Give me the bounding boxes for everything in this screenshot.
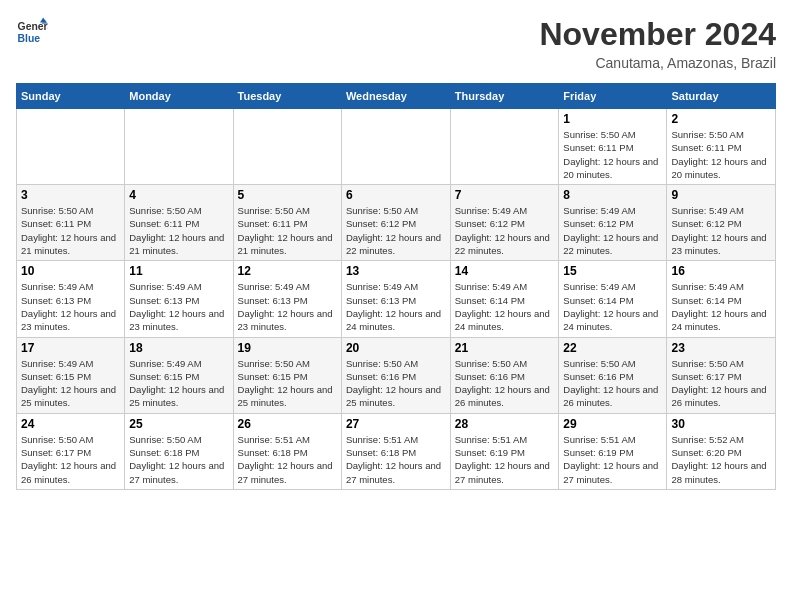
- weekday-tuesday: Tuesday: [233, 84, 341, 109]
- day-number: 14: [455, 264, 555, 278]
- day-number: 1: [563, 112, 662, 126]
- calendar-cell: 10Sunrise: 5:49 AM Sunset: 6:13 PM Dayli…: [17, 261, 125, 337]
- day-number: 2: [671, 112, 771, 126]
- day-info: Sunrise: 5:50 AM Sunset: 6:11 PM Dayligh…: [238, 204, 337, 257]
- calendar-cell: 21Sunrise: 5:50 AM Sunset: 6:16 PM Dayli…: [450, 337, 559, 413]
- calendar-cell: 15Sunrise: 5:49 AM Sunset: 6:14 PM Dayli…: [559, 261, 667, 337]
- calendar-cell: 19Sunrise: 5:50 AM Sunset: 6:15 PM Dayli…: [233, 337, 341, 413]
- calendar-cell: 28Sunrise: 5:51 AM Sunset: 6:19 PM Dayli…: [450, 413, 559, 489]
- calendar-cell: 3Sunrise: 5:50 AM Sunset: 6:11 PM Daylig…: [17, 185, 125, 261]
- week-row-4: 24Sunrise: 5:50 AM Sunset: 6:17 PM Dayli…: [17, 413, 776, 489]
- day-number: 17: [21, 341, 120, 355]
- day-info: Sunrise: 5:50 AM Sunset: 6:16 PM Dayligh…: [455, 357, 555, 410]
- calendar-cell: 24Sunrise: 5:50 AM Sunset: 6:17 PM Dayli…: [17, 413, 125, 489]
- day-info: Sunrise: 5:50 AM Sunset: 6:16 PM Dayligh…: [346, 357, 446, 410]
- day-info: Sunrise: 5:49 AM Sunset: 6:14 PM Dayligh…: [671, 280, 771, 333]
- day-number: 18: [129, 341, 228, 355]
- day-number: 22: [563, 341, 662, 355]
- calendar-cell: 16Sunrise: 5:49 AM Sunset: 6:14 PM Dayli…: [667, 261, 776, 337]
- calendar-cell: 6Sunrise: 5:50 AM Sunset: 6:12 PM Daylig…: [341, 185, 450, 261]
- day-number: 24: [21, 417, 120, 431]
- day-info: Sunrise: 5:49 AM Sunset: 6:13 PM Dayligh…: [21, 280, 120, 333]
- day-info: Sunrise: 5:49 AM Sunset: 6:12 PM Dayligh…: [671, 204, 771, 257]
- calendar-cell: 22Sunrise: 5:50 AM Sunset: 6:16 PM Dayli…: [559, 337, 667, 413]
- day-number: 21: [455, 341, 555, 355]
- day-number: 11: [129, 264, 228, 278]
- day-info: Sunrise: 5:52 AM Sunset: 6:20 PM Dayligh…: [671, 433, 771, 486]
- day-info: Sunrise: 5:50 AM Sunset: 6:18 PM Dayligh…: [129, 433, 228, 486]
- day-info: Sunrise: 5:49 AM Sunset: 6:14 PM Dayligh…: [455, 280, 555, 333]
- day-info: Sunrise: 5:50 AM Sunset: 6:11 PM Dayligh…: [21, 204, 120, 257]
- calendar-cell: 14Sunrise: 5:49 AM Sunset: 6:14 PM Dayli…: [450, 261, 559, 337]
- calendar-cell: 17Sunrise: 5:49 AM Sunset: 6:15 PM Dayli…: [17, 337, 125, 413]
- day-info: Sunrise: 5:49 AM Sunset: 6:12 PM Dayligh…: [563, 204, 662, 257]
- day-info: Sunrise: 5:50 AM Sunset: 6:11 PM Dayligh…: [671, 128, 771, 181]
- day-number: 3: [21, 188, 120, 202]
- header: General Blue November 2024 Canutama, Ama…: [16, 16, 776, 71]
- logo: General Blue: [16, 16, 48, 48]
- day-number: 23: [671, 341, 771, 355]
- day-number: 16: [671, 264, 771, 278]
- day-info: Sunrise: 5:51 AM Sunset: 6:18 PM Dayligh…: [238, 433, 337, 486]
- calendar-cell: 2Sunrise: 5:50 AM Sunset: 6:11 PM Daylig…: [667, 109, 776, 185]
- day-number: 28: [455, 417, 555, 431]
- day-info: Sunrise: 5:50 AM Sunset: 6:11 PM Dayligh…: [563, 128, 662, 181]
- calendar-cell: 11Sunrise: 5:49 AM Sunset: 6:13 PM Dayli…: [125, 261, 233, 337]
- calendar-cell: 5Sunrise: 5:50 AM Sunset: 6:11 PM Daylig…: [233, 185, 341, 261]
- day-info: Sunrise: 5:49 AM Sunset: 6:15 PM Dayligh…: [21, 357, 120, 410]
- weekday-sunday: Sunday: [17, 84, 125, 109]
- title-area: November 2024 Canutama, Amazonas, Brazil: [539, 16, 776, 71]
- calendar-cell: [233, 109, 341, 185]
- weekday-header-row: SundayMondayTuesdayWednesdayThursdayFrid…: [17, 84, 776, 109]
- day-number: 26: [238, 417, 337, 431]
- day-info: Sunrise: 5:50 AM Sunset: 6:17 PM Dayligh…: [21, 433, 120, 486]
- day-info: Sunrise: 5:51 AM Sunset: 6:19 PM Dayligh…: [455, 433, 555, 486]
- day-info: Sunrise: 5:49 AM Sunset: 6:13 PM Dayligh…: [129, 280, 228, 333]
- week-row-3: 17Sunrise: 5:49 AM Sunset: 6:15 PM Dayli…: [17, 337, 776, 413]
- weekday-wednesday: Wednesday: [341, 84, 450, 109]
- calendar-cell: 9Sunrise: 5:49 AM Sunset: 6:12 PM Daylig…: [667, 185, 776, 261]
- day-number: 30: [671, 417, 771, 431]
- day-number: 9: [671, 188, 771, 202]
- calendar-cell: [341, 109, 450, 185]
- location: Canutama, Amazonas, Brazil: [539, 55, 776, 71]
- calendar-cell: 8Sunrise: 5:49 AM Sunset: 6:12 PM Daylig…: [559, 185, 667, 261]
- calendar-cell: 7Sunrise: 5:49 AM Sunset: 6:12 PM Daylig…: [450, 185, 559, 261]
- calendar-cell: 23Sunrise: 5:50 AM Sunset: 6:17 PM Dayli…: [667, 337, 776, 413]
- calendar-cell: 12Sunrise: 5:49 AM Sunset: 6:13 PM Dayli…: [233, 261, 341, 337]
- calendar-cell: 4Sunrise: 5:50 AM Sunset: 6:11 PM Daylig…: [125, 185, 233, 261]
- day-info: Sunrise: 5:49 AM Sunset: 6:13 PM Dayligh…: [238, 280, 337, 333]
- day-number: 13: [346, 264, 446, 278]
- week-row-1: 3Sunrise: 5:50 AM Sunset: 6:11 PM Daylig…: [17, 185, 776, 261]
- weekday-saturday: Saturday: [667, 84, 776, 109]
- day-number: 6: [346, 188, 446, 202]
- weekday-friday: Friday: [559, 84, 667, 109]
- calendar-cell: 30Sunrise: 5:52 AM Sunset: 6:20 PM Dayli…: [667, 413, 776, 489]
- day-info: Sunrise: 5:49 AM Sunset: 6:13 PM Dayligh…: [346, 280, 446, 333]
- calendar-cell: 20Sunrise: 5:50 AM Sunset: 6:16 PM Dayli…: [341, 337, 450, 413]
- day-info: Sunrise: 5:50 AM Sunset: 6:11 PM Dayligh…: [129, 204, 228, 257]
- day-info: Sunrise: 5:49 AM Sunset: 6:14 PM Dayligh…: [563, 280, 662, 333]
- day-info: Sunrise: 5:50 AM Sunset: 6:15 PM Dayligh…: [238, 357, 337, 410]
- day-number: 15: [563, 264, 662, 278]
- calendar-cell: 27Sunrise: 5:51 AM Sunset: 6:18 PM Dayli…: [341, 413, 450, 489]
- day-info: Sunrise: 5:49 AM Sunset: 6:12 PM Dayligh…: [455, 204, 555, 257]
- day-info: Sunrise: 5:50 AM Sunset: 6:12 PM Dayligh…: [346, 204, 446, 257]
- calendar-cell: 1Sunrise: 5:50 AM Sunset: 6:11 PM Daylig…: [559, 109, 667, 185]
- calendar: SundayMondayTuesdayWednesdayThursdayFrid…: [16, 83, 776, 490]
- calendar-cell: 18Sunrise: 5:49 AM Sunset: 6:15 PM Dayli…: [125, 337, 233, 413]
- calendar-cell: [17, 109, 125, 185]
- weekday-thursday: Thursday: [450, 84, 559, 109]
- day-number: 8: [563, 188, 662, 202]
- calendar-cell: 13Sunrise: 5:49 AM Sunset: 6:13 PM Dayli…: [341, 261, 450, 337]
- day-number: 27: [346, 417, 446, 431]
- day-number: 25: [129, 417, 228, 431]
- day-number: 4: [129, 188, 228, 202]
- day-info: Sunrise: 5:50 AM Sunset: 6:16 PM Dayligh…: [563, 357, 662, 410]
- calendar-cell: [125, 109, 233, 185]
- day-number: 19: [238, 341, 337, 355]
- month-title: November 2024: [539, 16, 776, 53]
- calendar-cell: 29Sunrise: 5:51 AM Sunset: 6:19 PM Dayli…: [559, 413, 667, 489]
- calendar-cell: 26Sunrise: 5:51 AM Sunset: 6:18 PM Dayli…: [233, 413, 341, 489]
- calendar-cell: [450, 109, 559, 185]
